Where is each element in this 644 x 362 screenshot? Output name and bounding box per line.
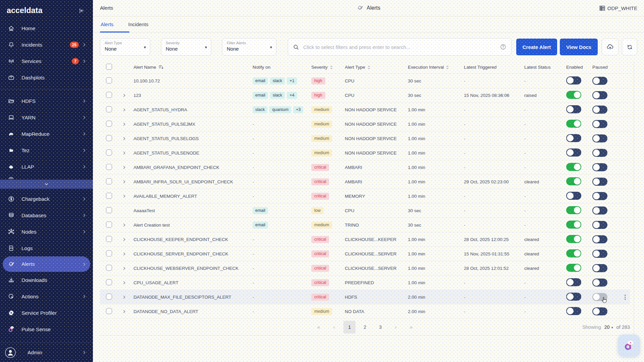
pulse-sense-chat-button[interactable] bbox=[618, 335, 640, 357]
enabled-toggle[interactable] bbox=[566, 264, 581, 272]
sidebar-item-databases[interactable]: Databases bbox=[0, 207, 93, 224]
expand-row-icon[interactable] bbox=[122, 237, 126, 242]
last-page-button[interactable]: » bbox=[405, 321, 417, 334]
filter-alerts-filter[interactable]: Filter Alerts None ▾ bbox=[222, 38, 276, 56]
sidebar-item-admin[interactable]: Admin bbox=[0, 343, 93, 362]
select-all-checkbox[interactable] bbox=[106, 64, 112, 70]
sidebar-item-mapreduce[interactable]: MapReduce bbox=[0, 126, 93, 142]
paused-toggle[interactable] bbox=[592, 264, 607, 272]
column-alert-type[interactable]: Alert Type bbox=[345, 65, 405, 70]
environment-selector[interactable]: ODP_WHITE bbox=[599, 5, 637, 11]
sidebar-item-chargeback[interactable]: Chargeback bbox=[0, 191, 93, 207]
sidebar-item-tez[interactable]: Tez bbox=[0, 142, 93, 159]
first-page-button[interactable]: « bbox=[313, 321, 325, 334]
search-bar[interactable] bbox=[288, 38, 512, 56]
paused-toggle[interactable] bbox=[592, 77, 607, 85]
alert-row[interactable]: CLICKHOUSE_KEEPER_ENDPOINT_CHECK-critica… bbox=[100, 232, 630, 247]
paused-toggle[interactable] bbox=[592, 134, 607, 142]
row-checkbox[interactable] bbox=[106, 92, 112, 98]
next-page-button[interactable]: › bbox=[390, 321, 402, 334]
enabled-toggle[interactable] bbox=[566, 76, 581, 84]
expand-row-icon[interactable] bbox=[122, 281, 126, 285]
column-notify-on[interactable]: Notify on bbox=[253, 65, 311, 70]
expand-row-icon[interactable] bbox=[122, 309, 126, 314]
view-docs-button[interactable]: View Docs bbox=[560, 39, 598, 55]
column-severity[interactable]: Severity bbox=[311, 65, 345, 70]
paused-toggle[interactable] bbox=[592, 293, 607, 301]
alert-row[interactable]: AMBARI_GRAFANA_ENDPOINT_CHECK-criticalAM… bbox=[100, 160, 630, 175]
paused-toggle[interactable] bbox=[592, 206, 607, 215]
alert-row[interactable]: 123emailslack+4highCPU30 sec15 Nov, 2025… bbox=[100, 88, 630, 103]
alert-row[interactable]: AGENT_STATUS_PULSEJMX-mediumNON HADOOP S… bbox=[100, 117, 630, 131]
sidebar-item-alerts[interactable]: Alerts bbox=[3, 256, 90, 272]
row-checkbox[interactable] bbox=[106, 265, 112, 271]
row-checkbox[interactable] bbox=[106, 164, 112, 170]
search-input[interactable] bbox=[303, 44, 496, 50]
alert-row[interactable]: Alert Creation testemailmediumTRINO30 se… bbox=[100, 218, 630, 232]
enabled-toggle[interactable] bbox=[566, 134, 581, 142]
row-checkbox[interactable] bbox=[106, 149, 112, 156]
paused-toggle[interactable] bbox=[592, 192, 607, 200]
sidebar-item-services[interactable]: Services7 bbox=[0, 53, 93, 69]
paused-toggle[interactable] bbox=[592, 106, 607, 114]
alert-row[interactable]: CPU_USAGE_ALERT-criticalPREDEFINED1.00 m… bbox=[100, 276, 630, 290]
alert-row[interactable]: CLICKHOUSE_WEBSERVER_ENDPOINT_CHECK-crit… bbox=[100, 261, 630, 276]
row-checkbox[interactable] bbox=[106, 77, 112, 83]
alert-row[interactable]: AaaaaTestemaillowCPU30 sec-- bbox=[100, 203, 630, 218]
expand-row-icon[interactable] bbox=[122, 223, 126, 227]
enabled-toggle[interactable] bbox=[566, 105, 581, 113]
alert-row[interactable]: CLICKHOUSE_SERVER_ENDPOINT_CHECK-critica… bbox=[100, 247, 630, 261]
row-checkbox[interactable] bbox=[106, 121, 112, 127]
sidebar-item-yarn[interactable]: YARN bbox=[0, 109, 93, 126]
page-button-2[interactable]: 2 bbox=[359, 321, 371, 334]
expand-row-icon[interactable] bbox=[122, 151, 126, 155]
sidebar-item-pulse-sense[interactable]: Pulse Sense bbox=[0, 321, 93, 338]
column-execution-interval[interactable]: Execution Interval bbox=[405, 65, 464, 70]
tab-incidents[interactable]: Incidents bbox=[127, 16, 149, 32]
refresh-button[interactable] bbox=[622, 39, 637, 55]
page-size-dropdown[interactable]: 20 ▴ bbox=[604, 324, 613, 330]
alert-row[interactable]: AVAILABLE_MEMORY_ALERT-criticalMEMORY1.0… bbox=[100, 189, 630, 203]
sidebar-item-service-profiler[interactable]: Service Profiler bbox=[0, 305, 93, 321]
row-checkbox[interactable] bbox=[106, 279, 112, 285]
paused-toggle[interactable] bbox=[592, 91, 607, 99]
paused-toggle[interactable] bbox=[592, 163, 607, 171]
enabled-toggle[interactable] bbox=[566, 278, 581, 286]
alert-row[interactable]: DATANODE_NO_DATA_ALERT-mediumNO DATA2.00… bbox=[100, 304, 630, 319]
enabled-toggle[interactable] bbox=[566, 163, 581, 171]
enabled-toggle[interactable] bbox=[566, 91, 581, 99]
sidebar-item-incidents[interactable]: Incidents25 bbox=[0, 37, 93, 53]
sidebar-item-downloads[interactable]: Downloads bbox=[0, 272, 93, 288]
upload-button[interactable] bbox=[602, 39, 619, 55]
sidebar-item-logs[interactable]: Logs bbox=[0, 240, 93, 256]
row-checkbox[interactable] bbox=[106, 250, 112, 256]
expand-row-icon[interactable] bbox=[122, 295, 126, 299]
sidebar-collapse-icon[interactable] bbox=[78, 7, 85, 14]
sidebar-item-actions[interactable]: Actions bbox=[0, 288, 93, 305]
paused-toggle[interactable] bbox=[592, 120, 607, 128]
row-checkbox[interactable] bbox=[106, 207, 112, 213]
expand-row-icon[interactable] bbox=[122, 165, 126, 170]
enabled-toggle[interactable] bbox=[566, 221, 581, 229]
paused-toggle[interactable] bbox=[592, 279, 607, 287]
alert-row[interactable]: DATANODE_MAX_FILE_DESCIPTORS_ALERT-criti… bbox=[100, 290, 630, 304]
tab-alerts[interactable]: Alerts bbox=[100, 16, 114, 32]
alert-row[interactable]: AGENT_STATUS_HYDRAslackquantum+3mediumNO… bbox=[100, 103, 630, 117]
paused-toggle[interactable] bbox=[592, 221, 607, 229]
sidebar-item-hdfs[interactable]: HDFS bbox=[0, 93, 93, 109]
enabled-toggle[interactable] bbox=[566, 235, 581, 243]
prev-page-button[interactable]: ‹ bbox=[328, 321, 340, 334]
alert-row[interactable]: AGENT_STATUS_PULSENODE-mediumNON HADOOP … bbox=[100, 146, 630, 160]
paused-toggle[interactable] bbox=[592, 178, 607, 186]
column-alert-name[interactable]: Alert Name bbox=[131, 64, 253, 70]
enabled-toggle[interactable] bbox=[566, 120, 581, 128]
enabled-toggle[interactable] bbox=[566, 293, 581, 301]
row-checkbox[interactable] bbox=[106, 135, 112, 141]
expand-row-icon[interactable] bbox=[122, 252, 126, 256]
expand-row-icon[interactable] bbox=[122, 180, 126, 184]
table-scrollbar[interactable] bbox=[634, 61, 634, 340]
sidebar-item-home[interactable]: Home bbox=[0, 20, 93, 37]
row-checkbox[interactable] bbox=[106, 222, 112, 228]
expand-row-icon[interactable] bbox=[122, 194, 126, 198]
alert-type-filter[interactable]: Alert Type None ▾ bbox=[100, 38, 150, 56]
